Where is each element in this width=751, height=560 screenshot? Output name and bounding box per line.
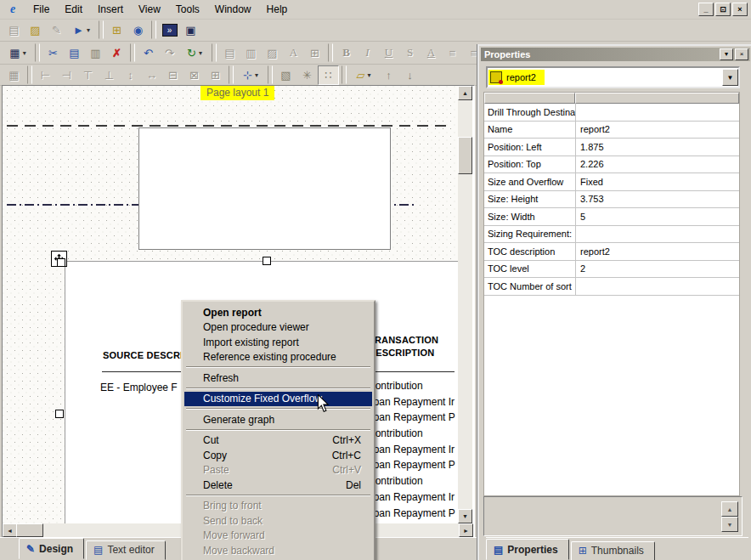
redo-button[interactable]: ↷ bbox=[159, 43, 180, 63]
refresh-button[interactable]: ↻ bbox=[180, 43, 209, 63]
menu-item[interactable]: Tools bbox=[168, 2, 207, 17]
property-row-drill-through-destination[interactable]: Drill Through Destina bbox=[484, 104, 739, 122]
menu-item-customize-fixed-overflow[interactable]: Customize Fixed Overflow bbox=[184, 392, 372, 407]
selection-handle-left[interactable] bbox=[55, 410, 64, 418]
center-in-frame-button[interactable]: ⊹ bbox=[236, 65, 265, 85]
property-value[interactable]: report2 bbox=[575, 122, 739, 139]
page-layout-label[interactable]: Page layout 1 bbox=[200, 86, 274, 100]
insert-page-button[interactable]: ▱ bbox=[349, 65, 378, 85]
property-value[interactable] bbox=[575, 226, 739, 243]
underline-button[interactable]: U bbox=[378, 43, 399, 63]
insert-report-button[interactable]: ▤ bbox=[219, 43, 240, 63]
save-button[interactable]: ▦ bbox=[3, 43, 32, 63]
insert-chart-button[interactable]: ▥ bbox=[240, 43, 262, 63]
scroll-left-button[interactable]: ◄ bbox=[3, 523, 17, 537]
property-row-toc-level[interactable]: TOC level 2 bbox=[484, 261, 739, 279]
bold-button[interactable]: B bbox=[336, 43, 357, 63]
scroll-right-button[interactable]: ► bbox=[459, 523, 473, 537]
menu-item-cut[interactable]: Cut Ctrl+X bbox=[184, 433, 372, 449]
close-button[interactable]: × bbox=[732, 3, 748, 16]
align-left-button[interactable]: ≡ bbox=[442, 43, 463, 63]
menu-item-reference-existing-procedure[interactable]: Reference existing procedure bbox=[184, 350, 372, 365]
toc-browser-button[interactable]: ⊞ bbox=[106, 20, 127, 40]
canvas-vertical-scrollbar[interactable]: ▲ ▼ bbox=[458, 86, 472, 523]
web-globe-button[interactable]: ◉ bbox=[127, 20, 149, 40]
property-row-size-and-overflow[interactable]: Size and Overflow Fixed bbox=[484, 173, 739, 191]
copy-button[interactable]: ▤ bbox=[64, 43, 85, 63]
menu-item[interactable]: Edit bbox=[57, 2, 90, 17]
property-value-column-header[interactable] bbox=[575, 93, 739, 104]
cut-button[interactable]: ✂ bbox=[42, 43, 64, 63]
palette-close-button[interactable]: × bbox=[735, 48, 748, 60]
property-row-position-top[interactable]: Position: Top 2.226 bbox=[484, 156, 739, 174]
vertical-scroll-thumb[interactable] bbox=[458, 137, 472, 174]
horizontal-scroll-thumb[interactable] bbox=[16, 523, 43, 537]
menu-item[interactable]: View bbox=[131, 2, 168, 17]
minimize-button[interactable]: _ bbox=[698, 3, 714, 16]
scroll-down-button[interactable]: ▼ bbox=[458, 509, 472, 523]
description-scroll-down-button[interactable]: ▼ bbox=[721, 517, 738, 532]
menu-item-bring-to-front[interactable]: Bring to front bbox=[184, 499, 372, 514]
property-value[interactable] bbox=[575, 104, 739, 121]
insert-summary-button[interactable]: ⊞ bbox=[304, 43, 325, 63]
restore-button[interactable]: ⊡ bbox=[715, 3, 731, 16]
menu-item-open-report[interactable]: Open report bbox=[184, 305, 372, 320]
console-window-button[interactable]: » bbox=[159, 20, 180, 40]
palette-title-bar[interactable]: Properties ▾ × bbox=[481, 48, 750, 61]
effects-button[interactable]: ✳ bbox=[296, 65, 318, 85]
property-row-toc-number-of-sort[interactable]: TOC Number of sort bbox=[484, 278, 739, 296]
undo-button[interactable]: ↶ bbox=[138, 43, 159, 63]
tab-thumbnails[interactable]: ⊞ Thumbnails bbox=[571, 541, 655, 560]
snap-grid-button[interactable]: ▦ bbox=[3, 65, 25, 85]
property-value[interactable] bbox=[575, 278, 739, 295]
move-up-button[interactable]: ↑ bbox=[378, 65, 399, 85]
property-value[interactable]: 2 bbox=[575, 261, 739, 278]
menu-item-import-existing-report[interactable]: Import existing report bbox=[184, 335, 372, 350]
tab-design[interactable]: ✎ Design bbox=[19, 538, 84, 559]
property-row-name[interactable]: Name report2 bbox=[484, 122, 739, 139]
frame-placeholder[interactable] bbox=[138, 127, 391, 250]
menu-item-move-forward[interactable]: Move forward bbox=[184, 529, 372, 544]
menu-item[interactable]: Window bbox=[207, 2, 259, 17]
scroll-up-button[interactable]: ▲ bbox=[458, 86, 472, 100]
align-left-edges-button[interactable]: ⊢ bbox=[35, 65, 56, 85]
property-value[interactable]: 2.226 bbox=[575, 156, 739, 173]
description-scroll-up-button[interactable]: ▲ bbox=[721, 501, 738, 517]
selection-handle-top[interactable] bbox=[263, 257, 271, 265]
same-height-button[interactable]: ⊠ bbox=[184, 65, 205, 85]
menu-item[interactable]: File bbox=[25, 2, 57, 17]
palette-pin-button[interactable]: ▾ bbox=[720, 48, 733, 60]
center-vertically-button[interactable]: ↕ bbox=[120, 65, 141, 85]
edit-report-button[interactable]: ✎ bbox=[46, 20, 67, 40]
property-name-column-header[interactable] bbox=[484, 93, 575, 104]
combobox-dropdown-button[interactable]: ▼ bbox=[722, 69, 738, 86]
property-row-position-left[interactable]: Position: Left 1.875 bbox=[484, 139, 739, 156]
overlap-button[interactable]: ▧ bbox=[275, 65, 296, 85]
insert-image-button[interactable]: ▨ bbox=[262, 43, 283, 63]
same-size-button[interactable]: ⊞ bbox=[205, 65, 226, 85]
structure-view-button[interactable]: ∷ bbox=[318, 65, 339, 85]
align-top-edges-button[interactable]: ⊤ bbox=[77, 65, 99, 85]
tab-properties[interactable]: ▤ Properties bbox=[486, 539, 569, 560]
menu-item-move-backward[interactable]: Move backward bbox=[184, 543, 372, 558]
menu-item-paste[interactable]: Paste Ctrl+V bbox=[184, 463, 372, 478]
align-bottom-edges-button[interactable]: ⊥ bbox=[99, 65, 120, 85]
menu-item-delete[interactable]: Delete Del bbox=[184, 478, 372, 493]
property-value[interactable]: 5 bbox=[575, 208, 739, 225]
tab-text-editor[interactable]: ▤ Text editor bbox=[86, 540, 166, 560]
property-row-size-width[interactable]: Size: Width 5 bbox=[484, 208, 739, 226]
move-down-button[interactable]: ↓ bbox=[399, 65, 421, 85]
strikethrough-button[interactable]: S bbox=[399, 43, 421, 63]
paste-button[interactable]: ▥ bbox=[85, 43, 106, 63]
property-value[interactable]: 3.753 bbox=[575, 191, 739, 208]
same-width-button[interactable]: ⊟ bbox=[162, 65, 184, 85]
delete-button[interactable]: ✗ bbox=[106, 43, 127, 63]
menu-item[interactable]: Insert bbox=[90, 2, 131, 17]
menu-item-copy[interactable]: Copy Ctrl+C bbox=[184, 448, 372, 463]
center-horizontally-button[interactable]: ↔ bbox=[141, 65, 162, 85]
menu-item-send-to-back[interactable]: Send to back bbox=[184, 513, 372, 529]
menu-item[interactable]: Help bbox=[259, 2, 296, 17]
menu-item-open-procedure-viewer[interactable]: Open procedure viewer bbox=[184, 320, 372, 336]
new-report-button[interactable]: ▤ bbox=[3, 20, 25, 40]
insert-text-button[interactable]: A bbox=[283, 43, 304, 63]
